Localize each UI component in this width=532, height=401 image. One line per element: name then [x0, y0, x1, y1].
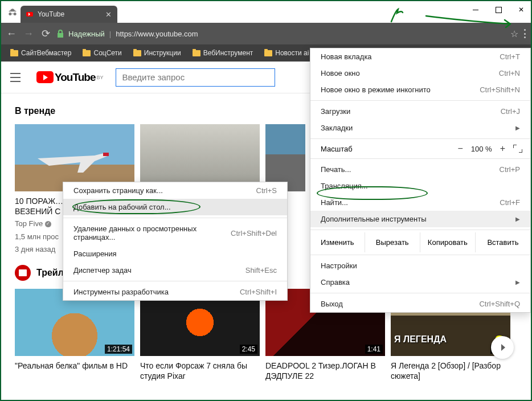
menu-new-window[interactable]: Новое окноCtrl+N	[310, 65, 530, 81]
menu-zoom: Масштаб − 100 % +	[310, 141, 530, 156]
guide-menu-button[interactable]	[10, 71, 24, 84]
submenu-extensions[interactable]: Расширения	[63, 245, 287, 262]
browser-tab[interactable]: YouTube ✕	[21, 6, 117, 23]
url-text: https://www.youtube.com	[116, 30, 198, 38]
menu-cut[interactable]: Вырезать	[365, 232, 420, 252]
video-title: DEADPOOL 2 Тизер.ЛОГАН В ДЭДПУЛЕ 22	[265, 361, 385, 381]
folder-icon	[264, 50, 272, 56]
tab-title: YouTube	[38, 10, 64, 18]
chevron-right-icon: ▶	[515, 216, 520, 222]
chrome-main-menu: Новая вкладкаCtrl+T Новое окноCtrl+N Нов…	[310, 48, 531, 313]
folder-icon	[133, 50, 141, 56]
video-card[interactable]: 2:45 Что если Форсаж 7 сняла бы студия P…	[140, 289, 260, 381]
zoom-level: 100 %	[471, 145, 492, 153]
menu-more-tools[interactable]: Дополнительные инструменты▶	[310, 211, 530, 227]
menu-new-tab[interactable]: Новая вкладкаCtrl+T	[310, 48, 530, 65]
menu-exit[interactable]: ВыходCtrl+Shift+Q	[310, 296, 530, 312]
zoom-out-button[interactable]: −	[457, 144, 463, 154]
close-window-button[interactable]	[515, 3, 527, 16]
browser-toolbar: ← → ⟳ Надежный | https://www.youtube.com…	[1, 23, 531, 44]
minimize-button[interactable]	[469, 3, 482, 16]
chevron-right-icon: ▶	[515, 279, 520, 285]
incognito-icon	[7, 7, 18, 18]
secure-label: Надежный	[68, 30, 105, 38]
bookmark-folder[interactable]: СайтВебмастер	[6, 47, 76, 59]
fullscreen-icon[interactable]	[513, 145, 522, 153]
scroll-right-button[interactable]	[491, 336, 514, 359]
youtube-favicon-icon	[26, 12, 33, 17]
submenu-dev-tools[interactable]: Инструменты разработчикаCtrl+Shift+I	[63, 284, 287, 300]
reload-button[interactable]: ⟳	[40, 27, 51, 40]
submenu-clear-data[interactable]: Удаление данных о просмотренных страница…	[63, 220, 287, 245]
menu-print[interactable]: Печать...Ctrl+P	[310, 161, 530, 178]
tab-close-icon[interactable]: ✕	[105, 10, 112, 19]
folder-icon	[193, 50, 200, 56]
zoom-in-button[interactable]: +	[500, 144, 505, 154]
menu-settings[interactable]: Настройки	[310, 257, 530, 274]
more-tools-submenu: Сохранить страницу как...Ctrl+S Добавить…	[63, 182, 288, 301]
chrome-menu-button[interactable]	[524, 29, 526, 38]
menu-downloads[interactable]: ЗагрузкиCtrl+J	[310, 103, 530, 120]
back-button[interactable]: ←	[6, 28, 17, 40]
menu-copy[interactable]: Копировать	[420, 232, 475, 252]
menu-help[interactable]: Справка▶	[310, 274, 530, 290]
submenu-save-page[interactable]: Сохранить страницу как...Ctrl+S	[63, 182, 287, 199]
bookmark-star-icon[interactable]: ☆	[510, 28, 518, 39]
folder-icon	[83, 50, 91, 56]
submenu-task-manager[interactable]: Диспетчер задачShift+Esc	[63, 262, 287, 279]
bookmark-folder[interactable]: СоцСети	[78, 47, 126, 59]
menu-edit-row: Изменить Вырезать Копировать Вставить	[310, 232, 530, 252]
forward-button: →	[23, 28, 34, 40]
menu-paste[interactable]: Вставить	[475, 232, 530, 252]
video-card[interactable]: 1:21:54 "Реальная белка" фильм в HD	[15, 289, 134, 381]
video-title: Я Легенда 2 [Обзор] / [Разбор сюжета]	[391, 361, 510, 381]
window-controls	[469, 3, 527, 16]
address-bar[interactable]: Надежный | https://www.youtube.com	[57, 26, 505, 41]
search-input[interactable]	[116, 69, 275, 86]
window-titlebar: YouTube ✕	[1, 1, 531, 23]
search-box[interactable]	[116, 68, 275, 87]
chevron-right-icon: ▶	[515, 125, 520, 131]
menu-cast[interactable]: Трансляция...	[310, 178, 530, 194]
verified-icon	[45, 221, 51, 227]
bookmark-folder[interactable]: ВебИнструмент	[188, 47, 258, 59]
video-title: "Реальная белка" фильм в HD	[15, 361, 134, 371]
folder-icon	[10, 50, 18, 56]
menu-find[interactable]: Найти...Ctrl+F	[310, 194, 530, 211]
trailers-icon	[15, 265, 31, 281]
video-title: Что если Форсаж 7 сняла бы студия Pixar	[140, 361, 260, 381]
menu-bookmarks[interactable]: Закладки▶	[310, 120, 530, 136]
maximize-button[interactable]	[492, 3, 505, 16]
bookmark-folder[interactable]: Инструкции	[129, 47, 186, 59]
lock-icon	[57, 30, 64, 38]
youtube-logo[interactable]: YouTube BY	[36, 71, 103, 84]
menu-incognito[interactable]: Новое окно в режиме инкогнитоCtrl+Shift+…	[310, 81, 530, 98]
youtube-logo-icon	[36, 71, 54, 83]
submenu-add-desktop[interactable]: Добавить на рабочий стол...	[63, 199, 287, 215]
bookmark-folder[interactable]: Новости ai	[260, 47, 313, 59]
